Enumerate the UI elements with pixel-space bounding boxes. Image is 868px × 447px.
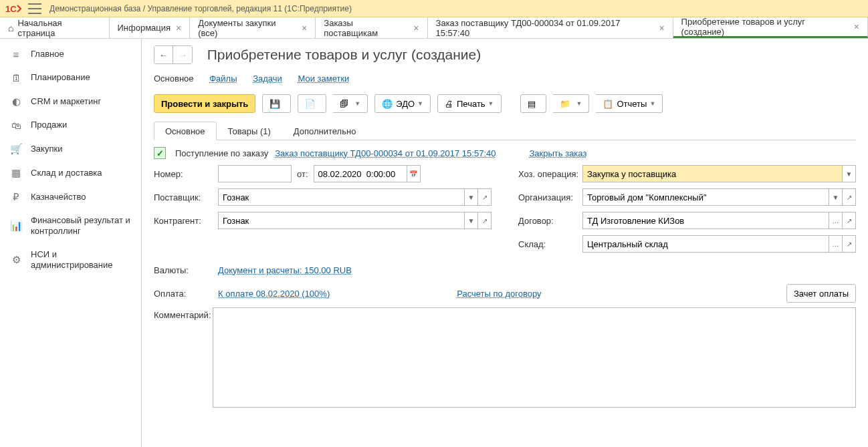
sidebar-item-sales[interactable]: 🛍Продажи [0, 114, 141, 137]
close-icon[interactable]: × [413, 23, 419, 33]
create-based-button[interactable]: 🗐▼ [333, 94, 368, 113]
ellipsis-button[interactable]: … [829, 235, 843, 253]
sidebar-item-main[interactable]: ≡Главное [0, 43, 141, 66]
edo-button[interactable]: 🌐ЭДО▼ [374, 94, 431, 113]
open-button[interactable]: ↗ [478, 188, 492, 206]
sidebar-item-purchases[interactable]: 🛒Закупки [0, 137, 141, 161]
back-button[interactable]: ← [154, 46, 173, 63]
dropdown-button[interactable]: ▼ [465, 212, 478, 229]
date-picker-button[interactable]: 📅 [407, 165, 421, 182]
sidebar-item-crm[interactable]: ◐CRM и маркетинг [0, 90, 141, 114]
open-button[interactable]: ↗ [843, 188, 856, 206]
sidebar-item-nsi[interactable]: ⚙НСИ и администрирование [0, 243, 141, 277]
reports-button[interactable]: 📋Отчеты▼ [596, 94, 663, 113]
tab-home[interactable]: ⌂ Начальная страница [0, 17, 110, 38]
supplier-input[interactable] [218, 188, 465, 206]
open-button[interactable]: ↗ [478, 212, 492, 229]
save-button[interactable]: 💾 [262, 94, 291, 113]
tab-info[interactable]: Информация × [110, 17, 191, 38]
list-button[interactable]: ▤ [520, 94, 546, 113]
open-icon: ↗ [482, 194, 487, 201]
close-icon[interactable]: × [854, 21, 859, 32]
order-link[interactable]: Заказ поставщику ТД00-000034 от 01.09.20… [275, 148, 496, 158]
subnav-tasks[interactable]: Задачи [253, 73, 282, 84]
caret-icon: ▼ [833, 194, 839, 201]
titlebar-text: Демонстрационная база / Управление торго… [49, 4, 352, 13]
date-input[interactable] [314, 165, 407, 182]
save-icon: 💾 [269, 99, 280, 109]
tab-label: Документы закупки (все) [198, 18, 296, 38]
sidebar: ≡Главное 🗓Планирование ◐CRM и маркетинг … [0, 39, 142, 447]
close-order-link[interactable]: Закрыть заказ [529, 148, 586, 158]
counterparty-input[interactable] [218, 212, 465, 229]
ruble-icon: ₽ [9, 191, 23, 203]
open-icon: ↗ [847, 194, 852, 201]
by-order-label: Поступление по заказу [175, 148, 268, 158]
hoz-input[interactable] [582, 165, 843, 182]
doc-icon: 🗐 [340, 99, 348, 109]
contract-input[interactable] [582, 212, 829, 229]
payment-link[interactable]: К оплате 08.02.2020 (100%) [218, 289, 330, 299]
menu-icon[interactable] [28, 3, 41, 14]
svg-text:1C: 1C [5, 4, 17, 14]
attach-button[interactable]: 📁▼ [553, 94, 590, 113]
calendar-icon: 📅 [409, 170, 417, 178]
from-label: от: [297, 169, 308, 179]
open-button[interactable]: ↗ [843, 235, 856, 253]
print-button[interactable]: 🖨Печать▼ [437, 94, 502, 113]
dropdown-button[interactable]: ▼ [843, 165, 856, 182]
close-icon[interactable]: × [302, 23, 307, 33]
tab-label: Заказы поставщикам [324, 18, 408, 38]
payment-label: Оплата: [154, 289, 218, 299]
caret-icon: ▼ [488, 100, 494, 107]
warehouse-input[interactable] [582, 235, 829, 253]
toolbar: Провести и закрыть 💾 📄 🗐▼ 🌐ЭДО▼ 🖨Печать▼… [154, 94, 856, 113]
open-button[interactable]: ↗ [843, 212, 856, 229]
page-title: Приобретение товаров и услуг (создание) [207, 47, 481, 63]
bag-icon: 🛍 [9, 120, 23, 131]
number-input[interactable] [218, 165, 292, 182]
close-icon[interactable]: × [176, 23, 181, 33]
chart-icon: 📊 [9, 220, 23, 232]
subnav-notes[interactable]: Мои заметки [298, 73, 349, 84]
create-based-group: 🗐▼ [333, 94, 368, 113]
sidebar-item-warehouse[interactable]: ▦Склад и доставка [0, 161, 141, 185]
ellipsis-button[interactable]: … [829, 212, 843, 229]
submit-button[interactable]: Провести и закрыть [154, 94, 255, 113]
open-icon: ↗ [482, 217, 487, 225]
globe-icon: 🌐 [382, 99, 393, 109]
tab-docs[interactable]: Документы закупки (все) × [190, 17, 316, 38]
subnav-main[interactable]: Основное [154, 73, 194, 84]
form-tab-extra[interactable]: Дополнительно [282, 122, 368, 140]
pie-icon: ◐ [9, 96, 23, 108]
offset-button[interactable]: Зачет оплаты [786, 284, 856, 303]
by-order-checkbox[interactable]: ✓ [154, 147, 166, 159]
dropdown-button[interactable]: ▼ [829, 188, 843, 206]
comment-input[interactable] [213, 307, 856, 408]
dropdown-button[interactable]: ▼ [465, 188, 478, 206]
tab-label: Информация [118, 23, 171, 33]
print-icon: 🖨 [445, 99, 453, 109]
grid-icon: ▦ [9, 167, 23, 179]
form-tab-main[interactable]: Основное [154, 122, 217, 140]
content: ← → Приобретение товаров и услуг (создан… [142, 39, 868, 447]
sidebar-item-planning[interactable]: 🗓Планирование [0, 66, 141, 90]
form-tab-goods[interactable]: Товары (1) [217, 122, 282, 140]
tab-order-detail[interactable]: Заказ поставщику ТД00-000034 от 01.09.20… [428, 17, 673, 38]
ellipsis-icon: … [833, 217, 839, 225]
caret-icon: ▼ [846, 170, 853, 178]
post-button[interactable]: 📄 [298, 94, 326, 113]
currency-link[interactable]: Документ и расчеты: 150,00 RUB [218, 265, 352, 275]
tab-orders[interactable]: Заказы поставщикам × [316, 17, 427, 38]
subnav-files[interactable]: Файлы [209, 73, 237, 84]
org-input[interactable] [582, 188, 829, 206]
list-icon: ▤ [528, 99, 536, 109]
sidebar-item-treasury[interactable]: ₽Казначейство [0, 185, 141, 209]
caret-icon: ▼ [354, 100, 360, 107]
calc-link[interactable]: Расчеты по договору [457, 289, 541, 299]
tab-create[interactable]: Приобретение товаров и услуг (создание) … [673, 17, 868, 38]
close-icon[interactable]: × [659, 23, 664, 33]
sidebar-item-finance[interactable]: 📊Финансовый результат и контроллинг [0, 209, 141, 243]
order-link-row: ✓ Поступление по заказу Заказ поставщику… [154, 147, 856, 159]
forward-button[interactable]: → [173, 46, 192, 63]
